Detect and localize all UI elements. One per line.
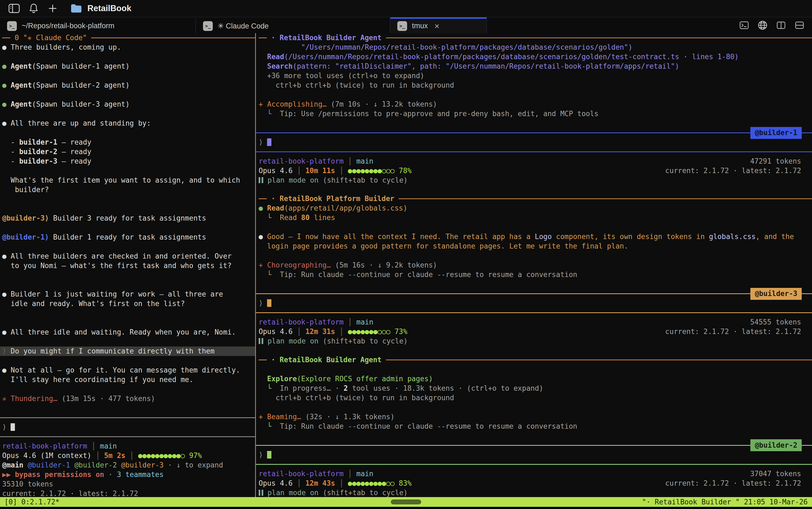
text-segment: Three builders, coming up. [10,43,121,51]
pane-separator [0,413,255,422]
text-segment: — ready [58,157,92,165]
text-segment: │ [335,328,348,336]
text-segment: globals.css [709,233,755,241]
terminal-line: login page provides a good pattern for s… [256,241,812,251]
text-segment: │ [293,479,305,487]
terminal-line: Explore(Explore ROCS offer admin pages) [256,374,812,384]
text-segment: — ready [58,147,92,156]
text-segment: tool uses · 18.3k tokens · (ctrl+o to ex… [348,384,543,392]
folder-icon [70,3,82,13]
text-segment: (pattern: "retailDisclaimer", path: "/Us… [293,62,679,70]
terminal-line: ✳ Thundering… (13m 15s · 477 tokens) [0,394,255,403]
separator-line [256,445,750,446]
user-input-line[interactable]: ⟩ Do you might if I communicate directly… [0,346,255,356]
blank-line [256,365,812,374]
tab-tmux[interactable]: >_ tmux × [390,18,487,33]
text-segment: Agent [10,62,32,70]
tab-label: ✳ Claude Code [218,22,269,30]
text-segment: Thundering… [10,395,57,403]
terminal-line: └ Tip: Run claude --continue or claude -… [256,421,812,431]
web-browser-button[interactable] [757,20,768,31]
text-segment: 47291 tokens [750,157,801,165]
status-left: retail-book-platform │ main [259,317,373,327]
cursor-block [267,451,271,459]
terminal-line: plan mode on (shift+tab to cycle) [256,175,812,185]
close-tab-icon[interactable]: × [435,22,440,30]
blank-line [0,318,255,328]
text-segment: — ready [58,138,92,146]
text-segment: login page provides a good pattern for s… [259,242,628,250]
text-segment: (/Users/numman/Repos/retail-book-platfor… [284,53,739,61]
split-horizontal-button[interactable] [794,20,805,30]
text-segment: bypass permissions on [15,471,104,479]
text-segment: ● [2,252,10,260]
status-left: Opus 4.6 │ 12m 31s │ ●●●●●●●○○○ 73% [259,327,407,336]
text-segment [70,461,74,469]
separator-line [256,132,750,133]
terminal-line: plan mode on (shift+tab to cycle) [256,336,812,346]
prompt-line[interactable]: ⟩ [256,450,812,460]
text-segment: 12m 43s [305,479,335,487]
blank-line [0,166,255,175]
status-line: retail-book-platform │ main47291 tokens [256,157,812,166]
new-tab-button[interactable] [47,3,58,14]
tmux-pane-claude-main[interactable]: 0 "✳ Claude Code"● Three builders, comin… [0,33,255,497]
tabbar-actions [739,18,812,33]
prompt-line[interactable]: ⟩ [256,138,812,147]
text-segment: retail-book-platform [259,157,344,165]
prompt-line[interactable]: ⟩ [256,299,812,308]
text-segment: ⟩ [45,233,49,241]
terminal-line: ● Agent(Spawn builder-2 agent) [0,80,255,90]
text-segment: (apps/retail/app/globals.css) [284,204,407,212]
text-segment: ⟩ [45,214,49,222]
text-segment: ● [2,366,10,374]
text-segment: plan mode on [263,176,318,184]
text-segment: · ↓ to expand [164,461,223,469]
text-segment: @main [2,461,23,469]
terminal-line: ● Not at all — go for it. You can messag… [0,366,255,375]
blank-line [256,251,812,261]
tmux-pane-builder-2[interactable]: · RetailBook Builder Agent Explore(Explo… [256,355,812,497]
text-segment: ● [2,328,10,336]
bell-icon [28,3,39,14]
text-segment: Builder 3 ready for task assignments [49,214,206,222]
text-segment: ● [2,81,10,89]
blank-line [0,90,255,100]
terminal-line: ● Read(apps/retail/app/globals.css) [256,203,812,213]
border-line [399,198,812,199]
split-vertical-button[interactable] [776,20,786,30]
tab-repo-shell[interactable]: >_ ~/Repos/retail-book-platform [0,18,196,33]
prompt-line[interactable]: ⟩ [0,422,255,432]
pane-separator [256,147,812,157]
terminal-line: ctrl+b ctrl+b (twice) to run in backgrou… [256,393,812,403]
text-segment: builder-2 [19,147,58,156]
sidebar-toggle-button[interactable] [8,3,20,13]
text-segment: Logo [535,233,552,241]
home-indicator[interactable] [391,500,421,504]
status-left: Opus 4.6 │ 10m 11s │ ●●●●●●●●○○○ 78% [259,166,412,175]
terminal-line: "/Users/numman/Repos/retail-book-platfor… [256,43,812,52]
text-segment: RetailBook Builder Agent [279,33,381,43]
terminal-line: @main @builder-1 @builder-2 @builder-3 ·… [0,461,255,470]
terminal-line: - builder-3 — ready [0,157,255,166]
text-segment: @builder-1 [28,461,70,469]
text-segment: 80 [301,213,310,222]
tmux-pane-builder-1[interactable]: · RetailBook Builder Agent "/Users/numma… [256,33,812,194]
blank-line [0,52,255,62]
status-left: retail-book-platform │ main [2,441,117,451]
new-terminal-button[interactable] [739,20,750,30]
tab-claude-code[interactable]: >_ ✳ Claude Code [196,18,390,33]
tmux-statusbar: [0] 0:2.1.72* "· RetailBook Builder " 21… [0,497,812,507]
text-segment: - [2,147,19,156]
tmux-pane-builder-3[interactable]: · RetailBook Platform Builder● Read(apps… [256,194,812,355]
text-segment: + [259,413,267,421]
blank-line [0,356,255,366]
text-segment: main [356,157,373,165]
text-segment: In progress… · [276,384,344,392]
terminal-line: builder? [0,185,255,195]
text-segment: @builder-3 [2,214,45,222]
text-segment: ● [2,62,10,70]
terminal-line: idle and ready. What's first on the list… [0,299,255,308]
notifications-button[interactable] [28,3,39,14]
text-segment: Agent [10,100,32,108]
